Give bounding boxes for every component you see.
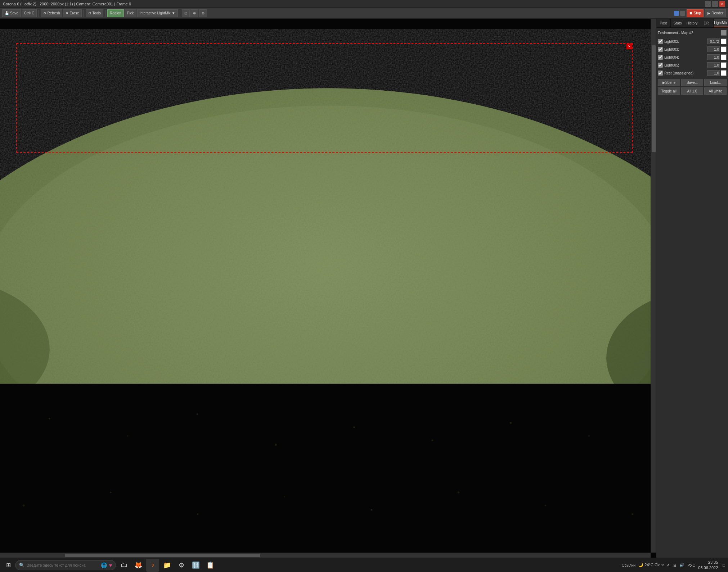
minimize-button[interactable]: ─ [705,1,711,7]
weather-text: 🌙 24°C Clear [638,563,664,567]
taskbar-time[interactable]: 23:35 05.06.2022 [698,560,718,570]
interactive-lightmix-button[interactable]: Interactive LightMix ▼ [137,9,178,17]
svg-point-50 [545,505,547,507]
search-input[interactable] [27,563,99,567]
dropdown-icon: ▼ [172,11,175,15]
taskbar-app-browser[interactable]: 🦊 [132,559,145,572]
taskbar-app-3dsmax[interactable]: 3 [146,559,159,572]
svg-point-38 [432,439,433,441]
time-display: 23:35 [698,560,718,565]
rest-value[interactable] [707,70,720,76]
load-button[interactable]: Load... [704,79,727,86]
taskbar-app-chrome[interactable]: ⚙ [175,559,188,572]
erase-icon: ✕ [66,11,68,15]
light005-value[interactable] [707,62,720,68]
horizontal-scrollbar[interactable] [0,553,651,558]
title-bar: Corona 6 (Hotfix 2) | 2000×2000px (1:1) … [0,0,728,8]
zoom-out-button[interactable]: ⊖ [199,9,207,17]
title-controls: ─ □ ✕ [705,1,725,7]
tools-button[interactable]: ⚙ Tools [86,9,103,17]
search-icon: 🔍 [19,563,24,568]
zoom-fit-button[interactable]: ⊡ [182,9,190,17]
svg-point-40 [588,435,590,437]
scene-button[interactable]: ▶Scene [658,79,680,86]
scrollbar-thumb-h[interactable] [65,554,260,557]
ctrlc-button[interactable]: Ctrl+C [22,9,37,17]
zoom-fit-icon: ⊡ [184,11,187,15]
vertical-scrollbar[interactable] [651,19,656,553]
rest-color-button[interactable] [721,70,727,76]
taskbar-app-calc[interactable]: 🔢 [189,559,202,572]
light-row-005: Light005: [658,62,727,69]
light003-color-button[interactable] [721,46,727,52]
taskbar-app-explorer[interactable]: 🗂 [117,559,130,572]
tab-lightmix[interactable]: LightMix [714,19,728,27]
pick-button[interactable]: Pick [125,9,136,17]
svg-point-51 [632,513,633,515]
toolbar-separator-4 [180,10,180,17]
light002-color-button[interactable] [721,38,727,44]
light-row-003: Light003: [658,46,727,53]
render-canvas: ✕ [0,19,656,558]
rest-checkbox[interactable] [658,71,663,76]
show-desktop-button[interactable]: □ [721,563,725,567]
save-button[interactable]: 💾 Save [2,9,21,17]
light005-label: Light005: [664,63,707,67]
render-scene [0,19,656,558]
svg-point-45 [110,491,112,493]
tab-history[interactable]: History [685,19,700,27]
refresh-icon: ↻ [43,11,46,15]
svg-point-33 [49,418,50,419]
light003-checkbox[interactable] [658,47,663,52]
close-button[interactable]: ✕ [719,1,725,7]
svg-point-48 [370,509,372,511]
light002-value[interactable] [707,38,720,44]
tab-dr[interactable]: DR [699,19,714,27]
svg-point-46 [197,513,198,515]
taskbar-search[interactable]: 🔍 🌐 ♥ [15,560,116,570]
toolbar-separator-3 [105,10,105,17]
tab-stats[interactable]: Stats [671,19,685,27]
zoom-out-icon: ⊖ [202,11,205,15]
stop-button[interactable]: ⏹ Stop [687,9,704,17]
light002-checkbox[interactable] [658,39,663,44]
light004-label: Light004: [664,55,707,59]
refresh-button[interactable]: ↻ Refresh [41,9,62,17]
zoom-in-button[interactable]: ⊕ [190,9,198,17]
light004-color-button[interactable] [721,54,727,60]
lightmix-content: Environment - Map #2 Light002: Light003:… [656,28,728,558]
svg-point-35 [197,413,198,415]
taskbar-app-misc[interactable]: 📋 [204,559,217,572]
toggle-all-button[interactable]: Toggle all [658,87,680,95]
tab-post[interactable]: Post [656,19,671,27]
viewport[interactable]: ✕ [0,19,656,558]
panel-tabs: Post Stats History DR LightMix [656,19,728,28]
save-icon: 💾 [5,11,9,15]
maximize-button[interactable]: □ [712,1,718,7]
bing-icon: ♥ [109,562,112,568]
taskbar-app-files[interactable]: 📁 [161,559,174,572]
light004-value[interactable] [707,54,720,60]
taskbar-links-label: Ссылки [622,563,636,567]
render-button[interactable]: ▶ Render [705,9,726,17]
erase-button[interactable]: ✕ Erase [63,9,81,17]
all-white-button[interactable]: All white [704,87,727,95]
toolbar: 💾 Save Ctrl+C ↻ Refresh ✕ Erase ⚙ Tools … [0,8,728,19]
light005-color-button[interactable] [721,62,727,68]
window-title: Corona 6 (Hotfix 2) | 2000×2000px (1:1) … [3,2,131,6]
scrollbar-thumb-v[interactable] [652,45,656,152]
light005-checkbox[interactable] [658,63,663,68]
stop-icon: ⏹ [689,11,693,15]
all-10-button[interactable]: All 1.0 [681,87,704,95]
save-lm-button[interactable]: Save... [681,79,704,86]
region-button[interactable]: Region [107,9,124,17]
render-indicator [680,11,685,16]
tray-up-icon[interactable]: ∧ [667,563,670,567]
environment-label: Environment - Map #2 [658,31,720,35]
environment-color-button[interactable] [721,30,727,36]
taskbar-weather: 🌙 24°C Clear [638,563,664,567]
start-button[interactable]: ⊞ [3,560,14,571]
light004-checkbox[interactable] [658,55,663,60]
light003-value[interactable] [707,46,720,52]
light-row-002: Light002: [658,38,727,45]
